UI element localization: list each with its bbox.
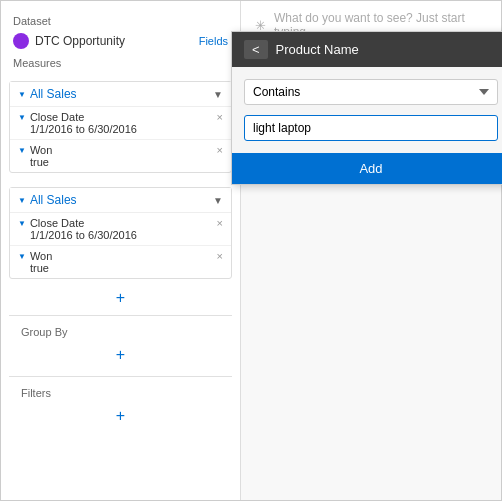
measure2-filter1-value: 1/1/2016 to 6/30/2016 [30, 229, 137, 241]
measure1-filter2-row: ▼ Won true × [10, 140, 231, 172]
measures-label: Measures [1, 53, 240, 71]
filters-label: Filters [9, 383, 232, 401]
measure-block-2: ▼ All Sales ▼ ▼ Close Date 1/1/2016 to 6… [1, 177, 240, 279]
measure1-filter1-label: Close Date [30, 111, 137, 123]
triangle-icon-1: ▼ [18, 90, 26, 99]
filter-type-select[interactable]: Contains Equals Starts With Ends With Do… [244, 79, 498, 105]
add-group-icon[interactable]: + [116, 346, 125, 364]
modal-add-button[interactable]: Add [240, 161, 502, 176]
filter3-triangle: ▼ [18, 219, 26, 228]
measure1-filter1-value: 1/1/2016 to 6/30/2016 [30, 123, 137, 135]
dataset-label: Dataset [1, 11, 240, 29]
product-name-input[interactable] [244, 115, 498, 141]
filters-section: Filters + [1, 379, 240, 435]
group-by-label: Group By [9, 322, 232, 340]
measure1-title-text: All Sales [30, 87, 77, 101]
dataset-row: DTC Opportunity Fields [1, 29, 240, 53]
measure2-filter2-row: ▼ Won true × [10, 246, 231, 278]
measure1-filter2-close[interactable]: × [217, 144, 223, 156]
measure1-title: ▼ All Sales [18, 87, 213, 101]
filter1-triangle: ▼ [18, 113, 26, 122]
measure2-filter1-label: Close Date [30, 217, 137, 229]
dropdown-arrow-2[interactable]: ▼ [213, 195, 223, 206]
measure2-title-text: All Sales [30, 193, 77, 207]
measure2-filter1-close[interactable]: × [217, 217, 223, 229]
dataset-name[interactable]: DTC Opportunity [13, 33, 125, 49]
fields-link[interactable]: Fields [199, 35, 228, 47]
modal-back-button[interactable]: < [244, 40, 268, 59]
filter4-triangle: ▼ [18, 252, 26, 261]
measure2-filter2-value: true [30, 262, 52, 274]
add-filter-icon[interactable]: + [116, 407, 125, 425]
add-measure-row: + [1, 283, 240, 313]
dropdown-arrow-1[interactable]: ▼ [213, 89, 223, 100]
product-name-modal: < Product Name Contains Equals Starts Wi… [231, 31, 502, 185]
modal-body: Contains Equals Starts With Ends With Do… [232, 67, 502, 153]
measure2-filter1-row: ▼ Close Date 1/1/2016 to 6/30/2016 × [10, 213, 231, 246]
dataset-icon [13, 33, 29, 49]
group-by-section: Group By + [1, 318, 240, 374]
add-measure-icon[interactable]: + [116, 289, 125, 307]
modal-footer: Add [232, 153, 502, 184]
dataset-name-text: DTC Opportunity [35, 34, 125, 48]
modal-header: < Product Name [232, 32, 502, 67]
measure1-filter2-label: Won [30, 144, 52, 156]
right-panel: ✳ What do you want to see? Just start ty… [241, 1, 501, 500]
measure1-header[interactable]: ▼ All Sales ▼ [10, 82, 231, 107]
measure2-filter2-close[interactable]: × [217, 250, 223, 262]
measure-block-1: ▼ All Sales ▼ ▼ Close Date 1/1/2016 to 6… [1, 71, 240, 173]
measure2-header[interactable]: ▼ All Sales ▼ [10, 188, 231, 213]
left-panel: Dataset DTC Opportunity Fields Measures … [1, 1, 241, 500]
measure1-filter2-value: true [30, 156, 52, 168]
measure1-filter1-row: ▼ Close Date 1/1/2016 to 6/30/2016 × [10, 107, 231, 140]
modal-title: Product Name [276, 42, 359, 57]
filter2-triangle: ▼ [18, 146, 26, 155]
measure1-filter1-close[interactable]: × [217, 111, 223, 123]
measure2-filter2-label: Won [30, 250, 52, 262]
triangle-icon-2: ▼ [18, 196, 26, 205]
measure2-title: ▼ All Sales [18, 193, 213, 207]
